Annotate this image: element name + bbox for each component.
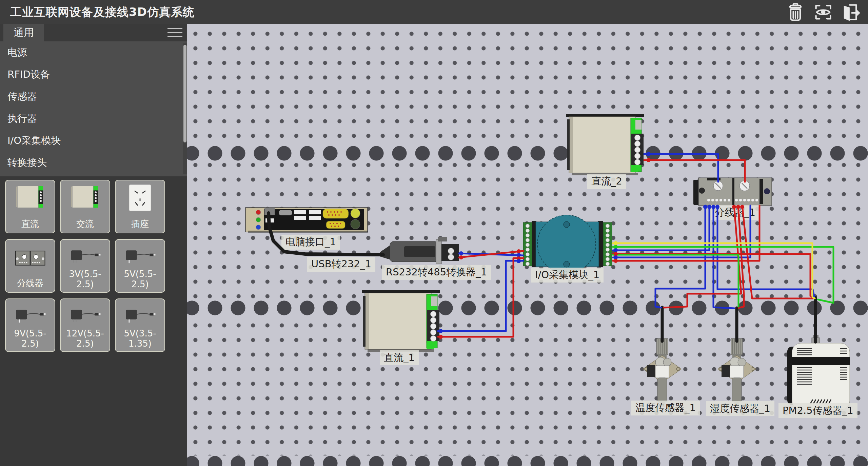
sidebar-tab-row: 通用 [0,24,187,41]
category-rfid[interactable]: RFID设备 [0,63,187,85]
pegboard-big-dot-band [187,145,868,161]
label-dc-2: 直流_2 [587,174,626,189]
app-window: 电脑接口_1 USB转232_1 RS232转485转换器_1 直流_1 直流_… [0,0,868,466]
tile-label: 直流 [6,218,55,230]
label-io-module: I/O采集模块_1 [531,268,604,283]
tile-label: 3V(5.5-2.5) [61,269,110,289]
category-power[interactable]: 电源 [0,41,187,63]
label-usb-232: USB转232_1 [307,257,375,272]
label-rs232-485: RS232转485转换器_1 [382,265,491,280]
tile-label: 5V(3.5-1.35) [116,328,164,349]
label-temp-sensor: 温度传感器_1 [631,401,700,415]
label-pm25-sensor: PM2.5传感器_1 [778,403,857,418]
category-converter[interactable]: 转换接头 [0,152,187,174]
tile-label: 9V(5.5-2.5) [6,328,55,349]
ac-module-thumb [61,182,109,216]
component-tile-grid: 直流 交流 [0,176,187,466]
splitter-thumb [6,241,54,275]
category-io-module[interactable]: I/O采集模块 [0,130,187,152]
category-list: 电源 RFID设备 传感器 执行器 I/O采集模块 转换接头 [0,41,187,176]
tile-ac[interactable]: 交流 [60,180,110,233]
view-focus-icon[interactable] [813,2,833,22]
label-dc-1: 直流_1 [380,350,419,365]
label-pc-interface: 电脑接口_1 [281,235,340,250]
tile-adapter-5v[interactable]: 5V(5.5-2.5) [115,239,165,293]
component-sidebar: 通用 电源 RFID设备 传感器 执行器 I/O采集模块 转换接头 [0,24,187,466]
category-sensor[interactable]: 传感器 [0,85,187,108]
tile-label: 分线器 [6,277,55,289]
category-actuator[interactable]: 执行器 [0,108,187,130]
tile-adapter-3v[interactable]: 3V(5.5-2.5) [60,239,110,293]
tile-adapter-5v-small[interactable]: 5V(3.5-1.35) [115,298,165,352]
trash-icon[interactable] [785,2,806,22]
socket-thumb [116,182,164,216]
pegboard-big-dot-band [187,455,868,466]
tile-label: 12V(5.5-2.5) [61,328,110,349]
label-humidity-sensor: 湿度传感器_1 [706,401,774,416]
tab-general[interactable]: 通用 [3,24,44,41]
label-splitter: 分线器_1 [711,205,760,220]
dc-module-thumb [6,182,54,216]
menu-icon[interactable] [167,28,182,37]
sidebar-scrollbar[interactable] [183,43,187,174]
tile-dc[interactable]: 直流 [5,180,55,233]
scrollbar-thumb[interactable] [183,45,186,142]
app-title: 工业互联网设备及接线3D仿真系统 [10,0,195,24]
tile-label: 5V(5.5-2.5) [116,269,164,289]
tile-adapter-12v[interactable]: 12V(5.5-2.5) [60,298,110,352]
tile-splitter[interactable]: 分线器 [5,239,55,293]
tile-socket[interactable]: 插座 [115,180,165,233]
tile-label: 插座 [116,218,164,230]
pegboard-big-dot-band [187,300,868,316]
exit-icon[interactable] [840,2,861,22]
tile-adapter-9v[interactable]: 9V(5.5-2.5) [5,298,55,352]
tile-label: 交流 [61,218,110,230]
title-bar: 工业互联网设备及接线3D仿真系统 [0,0,868,24]
